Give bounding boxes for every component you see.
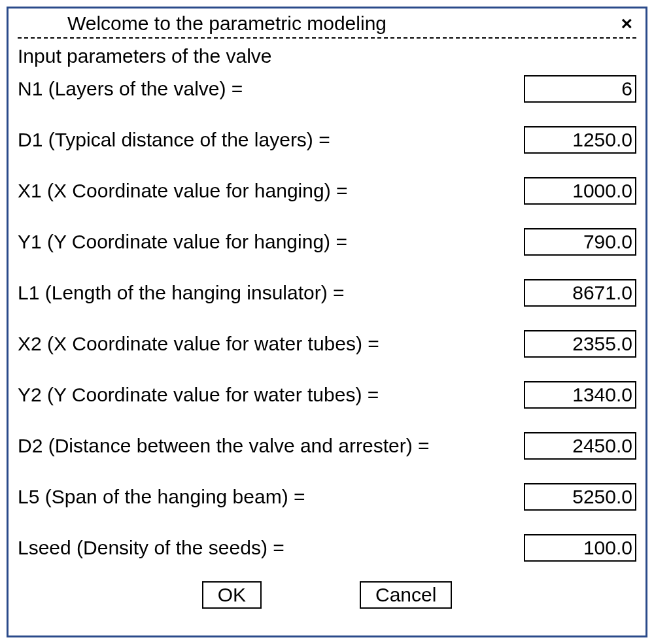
row-x1: X1 (X Coordinate value for hanging) = bbox=[18, 177, 636, 205]
label-y1: Y1 (Y Coordinate value for hanging) = bbox=[18, 231, 347, 253]
input-d2[interactable] bbox=[524, 432, 636, 460]
label-x2: X2 (X Coordinate value for water tubes) … bbox=[18, 333, 379, 355]
row-lseed: Lseed (Density of the seeds) = bbox=[18, 534, 636, 562]
form-rows: N1 (Layers of the valve) = D1 (Typical d… bbox=[18, 73, 636, 585]
label-x1: X1 (X Coordinate value for hanging) = bbox=[18, 180, 347, 202]
label-y2: Y2 (Y Coordinate value for water tubes) … bbox=[18, 384, 379, 406]
dialog: Welcome to the parametric modeling × Inp… bbox=[7, 7, 647, 637]
label-d1: D1 (Typical distance of the layers) = bbox=[18, 129, 330, 151]
close-icon[interactable]: × bbox=[621, 12, 636, 35]
label-d2: D2 (Distance between the valve and arres… bbox=[18, 435, 430, 457]
label-n1: N1 (Layers of the valve) = bbox=[18, 78, 243, 100]
input-n1[interactable] bbox=[524, 75, 636, 103]
row-l5: L5 (Span of the hanging beam) = bbox=[18, 483, 636, 511]
row-y2: Y2 (Y Coordinate value for water tubes) … bbox=[18, 381, 636, 409]
input-l1[interactable] bbox=[524, 279, 636, 307]
input-x2[interactable] bbox=[524, 330, 636, 358]
ok-button[interactable]: OK bbox=[202, 581, 262, 609]
input-x1[interactable] bbox=[524, 177, 636, 205]
titlebar: Welcome to the parametric modeling × bbox=[18, 12, 636, 39]
row-d2: D2 (Distance between the valve and arres… bbox=[18, 432, 636, 460]
input-l5[interactable] bbox=[524, 483, 636, 511]
dialog-title: Welcome to the parametric modeling bbox=[18, 12, 621, 35]
row-n1: N1 (Layers of the valve) = bbox=[18, 75, 636, 103]
input-d1[interactable] bbox=[524, 126, 636, 154]
input-lseed[interactable] bbox=[524, 534, 636, 562]
label-l5: L5 (Span of the hanging beam) = bbox=[18, 486, 305, 508]
cancel-button[interactable]: Cancel bbox=[360, 581, 452, 609]
button-bar: OK Cancel bbox=[18, 581, 636, 609]
input-y2[interactable] bbox=[524, 381, 636, 409]
row-l1: L1 (Length of the hanging insulator) = bbox=[18, 279, 636, 307]
row-y1: Y1 (Y Coordinate value for hanging) = bbox=[18, 228, 636, 256]
row-x2: X2 (X Coordinate value for water tubes) … bbox=[18, 330, 636, 358]
label-lseed: Lseed (Density of the seeds) = bbox=[18, 537, 284, 559]
label-l1: L1 (Length of the hanging insulator) = bbox=[18, 282, 345, 304]
row-d1: D1 (Typical distance of the layers) = bbox=[18, 126, 636, 154]
input-y1[interactable] bbox=[524, 228, 636, 256]
section-header: Input parameters of the valve bbox=[18, 45, 636, 67]
